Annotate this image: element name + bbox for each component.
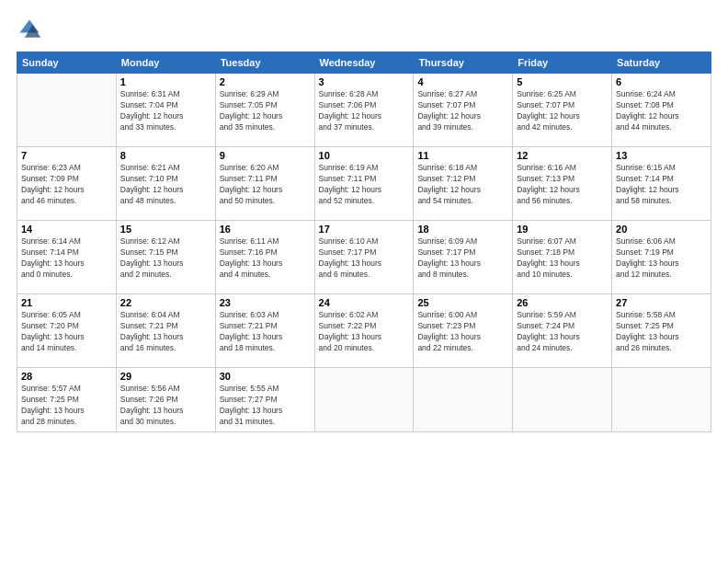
day-number: 20: [616, 224, 707, 235]
day-number: 21: [21, 297, 112, 308]
weekday-header-friday: Friday: [513, 52, 612, 74]
week-row-5: 28Sunrise: 5:57 AMSunset: 7:25 PMDayligh…: [17, 368, 711, 432]
day-info: Sunrise: 6:06 AMSunset: 7:19 PMDaylight:…: [616, 236, 707, 281]
calendar-cell: 6Sunrise: 6:24 AMSunset: 7:08 PMDaylight…: [612, 74, 711, 147]
calendar-cell: 20Sunrise: 6:06 AMSunset: 7:19 PMDayligh…: [612, 221, 711, 294]
weekday-header-tuesday: Tuesday: [215, 52, 314, 74]
calendar-cell: [414, 368, 513, 432]
day-info: Sunrise: 6:16 AMSunset: 7:13 PMDaylight:…: [517, 163, 608, 207]
day-number: 19: [517, 224, 608, 235]
calendar-cell: 21Sunrise: 6:05 AMSunset: 7:20 PMDayligh…: [17, 294, 117, 368]
day-number: 5: [517, 76, 608, 87]
calendar-cell: 12Sunrise: 6:16 AMSunset: 7:13 PMDayligh…: [513, 147, 612, 221]
day-number: 12: [517, 150, 608, 161]
calendar-cell: 9Sunrise: 6:20 AMSunset: 7:11 PMDaylight…: [215, 147, 314, 221]
day-number: 10: [319, 150, 410, 161]
calendar-cell: 18Sunrise: 6:09 AMSunset: 7:17 PMDayligh…: [414, 221, 513, 294]
weekday-header-saturday: Saturday: [612, 52, 711, 74]
calendar-cell: 17Sunrise: 6:10 AMSunset: 7:17 PMDayligh…: [314, 221, 414, 294]
week-row-1: 1Sunrise: 6:31 AMSunset: 7:04 PMDaylight…: [17, 74, 711, 147]
day-info: Sunrise: 6:14 AMSunset: 7:14 PMDaylight:…: [21, 236, 112, 281]
calendar: SundayMondayTuesdayWednesdayThursdayFrid…: [17, 52, 711, 432]
calendar-cell: 11Sunrise: 6:18 AMSunset: 7:12 PMDayligh…: [414, 147, 513, 221]
calendar-cell: 16Sunrise: 6:11 AMSunset: 7:16 PMDayligh…: [215, 221, 314, 294]
day-info: Sunrise: 5:57 AMSunset: 7:25 PMDaylight:…: [21, 384, 112, 428]
calendar-cell: [612, 368, 711, 432]
day-info: Sunrise: 6:28 AMSunset: 7:06 PMDaylight:…: [319, 89, 410, 133]
weekday-header-thursday: Thursday: [414, 52, 513, 74]
day-number: 15: [120, 224, 211, 235]
day-info: Sunrise: 6:10 AMSunset: 7:17 PMDaylight:…: [319, 236, 410, 281]
day-info: Sunrise: 6:29 AMSunset: 7:05 PMDaylight:…: [220, 89, 311, 133]
day-number: 18: [417, 224, 508, 235]
day-info: Sunrise: 6:05 AMSunset: 7:20 PMDaylight:…: [21, 310, 112, 354]
calendar-cell: 25Sunrise: 6:00 AMSunset: 7:23 PMDayligh…: [414, 294, 513, 368]
calendar-cell: 29Sunrise: 5:56 AMSunset: 7:26 PMDayligh…: [116, 368, 215, 432]
weekday-header-wednesday: Wednesday: [314, 52, 414, 74]
day-info: Sunrise: 6:11 AMSunset: 7:16 PMDaylight:…: [220, 236, 311, 281]
day-info: Sunrise: 6:21 AMSunset: 7:10 PMDaylight:…: [120, 163, 211, 207]
calendar-cell: 30Sunrise: 5:55 AMSunset: 7:27 PMDayligh…: [215, 368, 314, 432]
page: SundayMondayTuesdayWednesdayThursdayFrid…: [0, 0, 728, 563]
day-info: Sunrise: 5:55 AMSunset: 7:27 PMDaylight:…: [220, 384, 311, 428]
day-number: 29: [120, 371, 211, 382]
weekday-header-row: SundayMondayTuesdayWednesdayThursdayFrid…: [17, 52, 711, 74]
day-number: 3: [319, 76, 410, 87]
day-number: 14: [21, 224, 112, 235]
calendar-cell: [314, 368, 414, 432]
day-info: Sunrise: 6:02 AMSunset: 7:22 PMDaylight:…: [319, 310, 410, 354]
weekday-header-sunday: Sunday: [17, 52, 117, 74]
day-number: 4: [417, 76, 508, 87]
calendar-cell: 5Sunrise: 6:25 AMSunset: 7:07 PMDaylight…: [513, 74, 612, 147]
calendar-cell: 24Sunrise: 6:02 AMSunset: 7:22 PMDayligh…: [314, 294, 414, 368]
day-info: Sunrise: 6:07 AMSunset: 7:18 PMDaylight:…: [517, 236, 608, 281]
day-info: Sunrise: 6:03 AMSunset: 7:21 PMDaylight:…: [220, 310, 311, 354]
calendar-cell: 26Sunrise: 5:59 AMSunset: 7:24 PMDayligh…: [513, 294, 612, 368]
day-info: Sunrise: 5:58 AMSunset: 7:25 PMDaylight:…: [616, 310, 707, 354]
day-number: 8: [120, 150, 211, 161]
day-info: Sunrise: 6:09 AMSunset: 7:17 PMDaylight:…: [417, 236, 508, 281]
calendar-cell: 27Sunrise: 5:58 AMSunset: 7:25 PMDayligh…: [612, 294, 711, 368]
header: [17, 17, 711, 42]
calendar-cell: 22Sunrise: 6:04 AMSunset: 7:21 PMDayligh…: [116, 294, 215, 368]
day-number: 16: [220, 224, 311, 235]
calendar-cell: 3Sunrise: 6:28 AMSunset: 7:06 PMDaylight…: [314, 74, 414, 147]
day-info: Sunrise: 6:04 AMSunset: 7:21 PMDaylight:…: [120, 310, 211, 354]
day-number: 2: [220, 76, 311, 87]
day-info: Sunrise: 5:56 AMSunset: 7:26 PMDaylight:…: [120, 384, 211, 428]
day-info: Sunrise: 6:15 AMSunset: 7:14 PMDaylight:…: [616, 163, 707, 207]
day-number: 23: [220, 297, 311, 308]
calendar-cell: [513, 368, 612, 432]
day-info: Sunrise: 6:12 AMSunset: 7:15 PMDaylight:…: [120, 236, 211, 281]
day-number: 27: [616, 297, 707, 308]
week-row-3: 14Sunrise: 6:14 AMSunset: 7:14 PMDayligh…: [17, 221, 711, 294]
week-row-2: 7Sunrise: 6:23 AMSunset: 7:09 PMDaylight…: [17, 147, 711, 221]
day-number: 1: [120, 76, 211, 87]
day-info: Sunrise: 6:24 AMSunset: 7:08 PMDaylight:…: [616, 89, 707, 133]
calendar-cell: 15Sunrise: 6:12 AMSunset: 7:15 PMDayligh…: [116, 221, 215, 294]
day-number: 7: [21, 150, 112, 161]
day-number: 6: [616, 76, 707, 87]
logo: [17, 17, 46, 42]
day-number: 24: [319, 297, 410, 308]
day-info: Sunrise: 6:18 AMSunset: 7:12 PMDaylight:…: [417, 163, 508, 207]
calendar-cell: 10Sunrise: 6:19 AMSunset: 7:11 PMDayligh…: [314, 147, 414, 221]
logo-icon: [17, 17, 42, 42]
day-number: 25: [417, 297, 508, 308]
calendar-cell: 1Sunrise: 6:31 AMSunset: 7:04 PMDaylight…: [116, 74, 215, 147]
calendar-cell: 13Sunrise: 6:15 AMSunset: 7:14 PMDayligh…: [612, 147, 711, 221]
day-number: 17: [319, 224, 410, 235]
day-info: Sunrise: 6:25 AMSunset: 7:07 PMDaylight:…: [517, 89, 608, 133]
calendar-cell: 8Sunrise: 6:21 AMSunset: 7:10 PMDaylight…: [116, 147, 215, 221]
day-info: Sunrise: 6:27 AMSunset: 7:07 PMDaylight:…: [417, 89, 508, 133]
day-info: Sunrise: 6:00 AMSunset: 7:23 PMDaylight:…: [417, 310, 508, 354]
day-number: 30: [220, 371, 311, 382]
calendar-cell: 14Sunrise: 6:14 AMSunset: 7:14 PMDayligh…: [17, 221, 117, 294]
day-number: 9: [220, 150, 311, 161]
day-info: Sunrise: 5:59 AMSunset: 7:24 PMDaylight:…: [517, 310, 608, 354]
day-info: Sunrise: 6:23 AMSunset: 7:09 PMDaylight:…: [21, 163, 112, 207]
day-number: 11: [417, 150, 508, 161]
day-number: 13: [616, 150, 707, 161]
week-row-4: 21Sunrise: 6:05 AMSunset: 7:20 PMDayligh…: [17, 294, 711, 368]
calendar-cell: 19Sunrise: 6:07 AMSunset: 7:18 PMDayligh…: [513, 221, 612, 294]
